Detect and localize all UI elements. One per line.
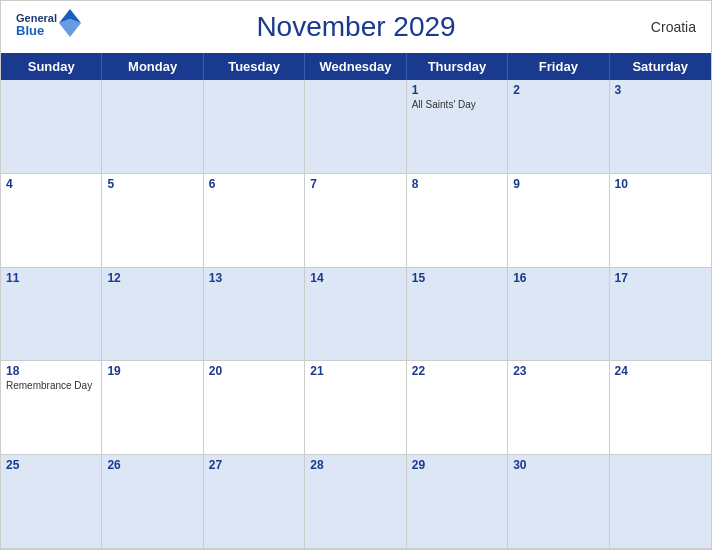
- day-number: 17: [615, 271, 706, 285]
- day-number: 12: [107, 271, 197, 285]
- logo-blue: Blue: [16, 24, 57, 37]
- day-headers-row: SundayMondayTuesdayWednesdayThursdayFrid…: [1, 53, 711, 80]
- day-cell: 22: [407, 361, 508, 455]
- calendar-grid: 1All Saints' Day234567891011121314151617…: [1, 80, 711, 549]
- day-cell: 27: [204, 455, 305, 549]
- day-header-wednesday: Wednesday: [305, 53, 406, 80]
- day-number: 16: [513, 271, 603, 285]
- day-cell: 10: [610, 174, 711, 268]
- day-cell: 6: [204, 174, 305, 268]
- day-cell: 29: [407, 455, 508, 549]
- day-header-sunday: Sunday: [1, 53, 102, 80]
- day-header-saturday: Saturday: [610, 53, 711, 80]
- logo-bird-icon: [59, 9, 81, 37]
- day-cell: 18Remembrance Day: [1, 361, 102, 455]
- day-number: 24: [615, 364, 706, 378]
- day-header-friday: Friday: [508, 53, 609, 80]
- day-cell: 1All Saints' Day: [407, 80, 508, 174]
- day-number: 15: [412, 271, 502, 285]
- day-header-tuesday: Tuesday: [204, 53, 305, 80]
- day-number: 25: [6, 458, 96, 472]
- day-number: 30: [513, 458, 603, 472]
- day-number: 26: [107, 458, 197, 472]
- day-number: 22: [412, 364, 502, 378]
- day-cell: 2: [508, 80, 609, 174]
- day-cell: 12: [102, 268, 203, 362]
- day-number: 9: [513, 177, 603, 191]
- holiday-label: All Saints' Day: [412, 99, 502, 110]
- logo: General Blue: [16, 9, 81, 37]
- day-number: 18: [6, 364, 96, 378]
- day-cell: [1, 80, 102, 174]
- day-cell: 3: [610, 80, 711, 174]
- day-cell: [305, 80, 406, 174]
- day-cell: 23: [508, 361, 609, 455]
- day-cell: 9: [508, 174, 609, 268]
- day-cell: [102, 80, 203, 174]
- day-cell: [610, 455, 711, 549]
- day-cell: 14: [305, 268, 406, 362]
- day-number: 23: [513, 364, 603, 378]
- day-number: 28: [310, 458, 400, 472]
- day-number: 8: [412, 177, 502, 191]
- day-cell: 4: [1, 174, 102, 268]
- day-cell: 15: [407, 268, 508, 362]
- day-cell: 25: [1, 455, 102, 549]
- day-header-thursday: Thursday: [407, 53, 508, 80]
- day-number: 13: [209, 271, 299, 285]
- day-number: 4: [6, 177, 96, 191]
- day-cell: 30: [508, 455, 609, 549]
- day-number: 6: [209, 177, 299, 191]
- day-number: 19: [107, 364, 197, 378]
- day-cell: 24: [610, 361, 711, 455]
- day-number: 11: [6, 271, 96, 285]
- day-number: 5: [107, 177, 197, 191]
- calendar: General Blue November 2029 Croatia Sunda…: [0, 0, 712, 550]
- day-cell: 19: [102, 361, 203, 455]
- day-number: 10: [615, 177, 706, 191]
- day-number: 3: [615, 83, 706, 97]
- day-cell: 17: [610, 268, 711, 362]
- day-cell: 26: [102, 455, 203, 549]
- calendar-header: General Blue November 2029 Croatia: [1, 1, 711, 53]
- day-number: 1: [412, 83, 502, 97]
- day-number: 7: [310, 177, 400, 191]
- day-cell: 13: [204, 268, 305, 362]
- day-cell: 11: [1, 268, 102, 362]
- day-number: 20: [209, 364, 299, 378]
- day-number: 2: [513, 83, 603, 97]
- day-number: 14: [310, 271, 400, 285]
- day-cell: [204, 80, 305, 174]
- holiday-label: Remembrance Day: [6, 380, 96, 391]
- page-title: November 2029: [256, 11, 455, 43]
- country-label: Croatia: [651, 19, 696, 35]
- day-number: 29: [412, 458, 502, 472]
- day-cell: 7: [305, 174, 406, 268]
- day-cell: 28: [305, 455, 406, 549]
- day-number: 27: [209, 458, 299, 472]
- day-cell: 5: [102, 174, 203, 268]
- day-cell: 21: [305, 361, 406, 455]
- day-cell: 16: [508, 268, 609, 362]
- day-cell: 20: [204, 361, 305, 455]
- day-number: 21: [310, 364, 400, 378]
- day-cell: 8: [407, 174, 508, 268]
- day-header-monday: Monday: [102, 53, 203, 80]
